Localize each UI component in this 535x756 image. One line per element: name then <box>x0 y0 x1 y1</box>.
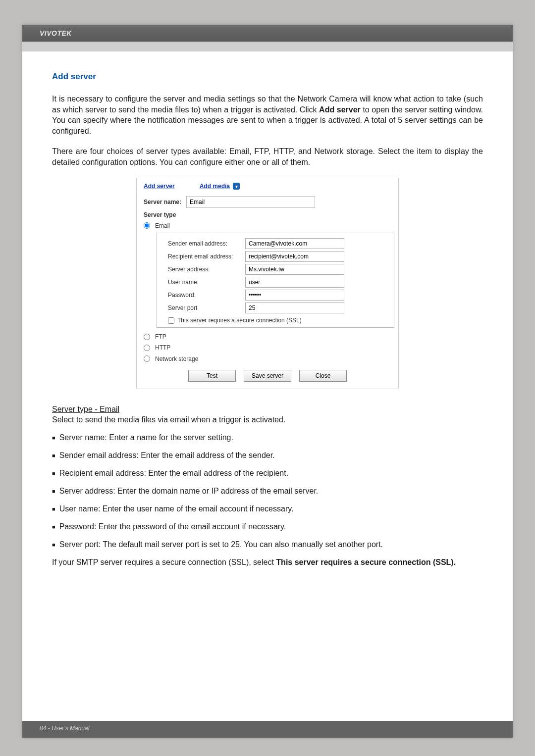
bullets-list: ■Server name: Enter a name for the serve… <box>52 432 483 550</box>
bullet-icon: ■ <box>52 504 55 514</box>
ssl-paragraph-a: If your SMTP server requires a secure co… <box>52 558 276 566</box>
ssl-paragraph: If your SMTP server requires a secure co… <box>52 557 483 568</box>
sender-input[interactable] <box>245 238 344 249</box>
password-input[interactable] <box>245 290 344 301</box>
bullet-icon: ■ <box>52 539 55 550</box>
radio-ftp[interactable] <box>144 334 150 340</box>
bullet-icon: ■ <box>52 521 55 532</box>
password-label: Password: <box>161 291 245 299</box>
subsection-heading-text: Server type - Email <box>52 405 119 413</box>
sender-label: Sender email address: <box>161 240 245 248</box>
radio-email-label: Email <box>155 222 170 230</box>
username-input[interactable] <box>245 277 344 288</box>
brand-name: VIVOTEK <box>40 29 72 37</box>
server-address-label: Server address: <box>161 265 245 273</box>
bullet-3: Recipient email address: Enter the email… <box>59 468 288 479</box>
link-add-media-wrap[interactable]: Add media ▾ <box>200 182 240 190</box>
ssl-paragraph-bold: This server requires a secure connection… <box>276 558 456 566</box>
recipient-input[interactable] <box>245 251 344 262</box>
bullet-2: Sender email address: Enter the email ad… <box>59 450 275 461</box>
port-input[interactable] <box>245 302 344 313</box>
section-heading: Add server <box>52 71 483 83</box>
bullet-7: Server port: The default mail server por… <box>59 539 383 550</box>
save-server-button[interactable]: Save server <box>244 370 291 382</box>
radio-ftp-label: FTP <box>155 333 166 341</box>
chevron-down-icon: ▾ <box>233 183 240 190</box>
bullet-1: Server name: Enter a name for the server… <box>59 432 233 443</box>
intro-paragraph-1: It is necessary to configure the server … <box>52 94 483 136</box>
bullet-icon: ■ <box>52 432 55 443</box>
server-type-label: Server type <box>144 211 176 219</box>
bullet-icon: ■ <box>52 486 55 497</box>
subsection-sub: Select to send the media files via email… <box>52 414 483 425</box>
server-name-label: Server name: <box>144 198 181 206</box>
page-footer: 84 - User's Manual <box>40 725 495 732</box>
port-label: Server port <box>161 304 245 312</box>
intro-bold: Add server <box>319 105 361 114</box>
bullet-icon: ■ <box>52 468 55 479</box>
radio-network-storage-label: Network storage <box>155 355 198 363</box>
radio-network-storage[interactable] <box>144 355 150 362</box>
email-fields-group: Sender email address: Recipient email ad… <box>157 233 394 328</box>
intro-paragraph-2: There are four choices of server types a… <box>52 146 483 167</box>
close-button[interactable]: Close <box>299 370 347 382</box>
radio-http[interactable] <box>144 345 150 351</box>
subsection-heading: Server type - Email <box>52 404 483 415</box>
recipient-label: Recipient email address: <box>161 252 245 260</box>
link-add-server[interactable]: Add server <box>144 182 175 190</box>
ssl-label: This server requires a secure connection… <box>177 316 302 324</box>
test-button[interactable]: Test <box>188 370 236 382</box>
bullet-4: Server address: Enter the domain name or… <box>59 486 319 497</box>
server-address-input[interactable] <box>245 264 344 275</box>
radio-email[interactable] <box>144 222 150 229</box>
username-label: User name: <box>161 278 245 286</box>
header-divider <box>22 43 513 51</box>
bullet-icon: ■ <box>52 450 55 461</box>
bullet-6: Password: Enter the password of the emai… <box>59 521 286 532</box>
settings-screenshot: Add server Add media ▾ Server name: Serv… <box>136 178 399 389</box>
ssl-checkbox[interactable] <box>168 317 174 324</box>
server-name-input[interactable] <box>186 196 315 208</box>
link-add-media[interactable]: Add media <box>200 183 230 190</box>
brand-bar: VIVOTEK <box>22 25 513 43</box>
radio-http-label: HTTP <box>155 344 170 352</box>
bullet-5: User name: Enter the user name of the em… <box>59 504 294 514</box>
